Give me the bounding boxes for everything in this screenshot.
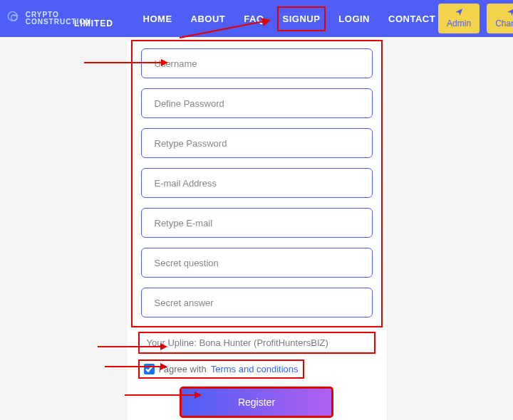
terms-link[interactable]: Terms and conditions [211,364,299,374]
admin-button-label: Admin [447,19,471,28]
nav-menu: HOME ABOUT FAQ SIGNUP LOGIN CONTACT [140,9,439,28]
username-input[interactable] [141,48,373,78]
paper-plane-icon [455,8,462,18]
agree-label: I agree with [159,364,207,374]
logo-icon [7,11,21,26]
signup-card: Your Upline: Bona Hunter (ProfitHuntersB… [127,41,387,420]
register-button[interactable]: Register [182,389,331,416]
upline-info: Your Upline: Bona Hunter (ProfitHuntersB… [140,333,374,352]
nav-login[interactable]: LOGIN [336,9,373,28]
agree-checkbox[interactable] [144,364,155,374]
channel-button-label: Channel [495,19,513,28]
top-nav-header: CRYPTO CONSTRUCTION LIMITED HOME ABOUT F… [0,0,513,37]
retype-password-input[interactable] [141,128,373,158]
signup-form-group [133,41,381,326]
email-input[interactable] [141,168,373,198]
admin-button[interactable]: Admin [438,4,480,33]
nav-home[interactable]: HOME [140,9,175,28]
nav-signup[interactable]: SIGNUP [280,9,323,28]
svg-rect-0 [13,15,18,16]
nav-about[interactable]: ABOUT [188,9,229,28]
terms-agree-row: I agree with Terms and conditions [140,361,303,377]
nav-faq[interactable]: FAQ [241,9,266,28]
paper-plane-icon [507,8,513,18]
secret-question-input[interactable] [141,248,373,278]
nav-contact[interactable]: CONTACT [385,9,438,28]
logo-text-bottom: LIMITED [47,19,113,28]
secret-answer-input[interactable] [141,288,373,317]
password-input[interactable] [141,88,373,118]
retype-email-input[interactable] [141,208,373,238]
channel-button[interactable]: Channel [487,4,513,33]
